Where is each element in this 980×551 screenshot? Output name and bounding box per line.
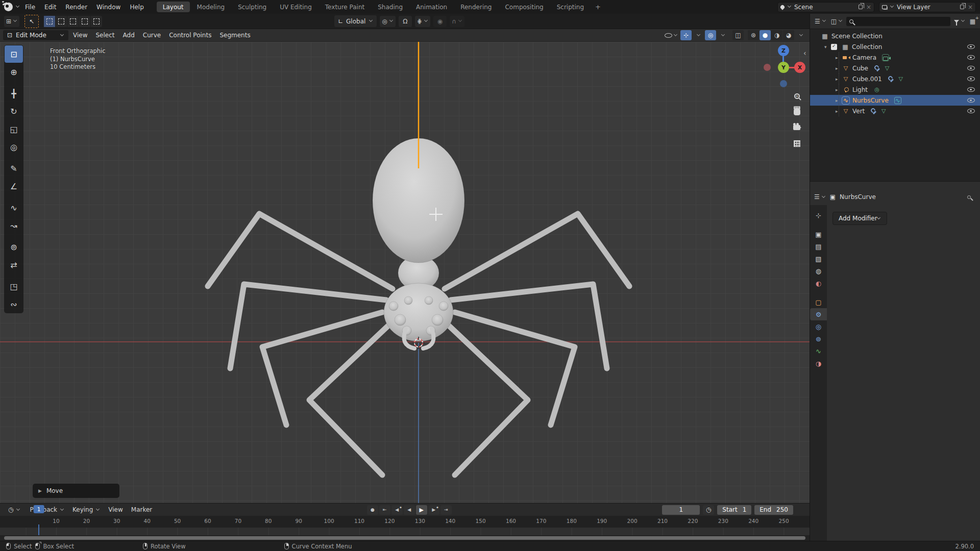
gizmo-x-axis[interactable]: X — [794, 62, 805, 73]
add-modifier-dropdown[interactable]: Add Modifier — [832, 212, 887, 225]
viewport-tool-button[interactable]: ↻ — [5, 103, 23, 120]
mesh-data-icon[interactable] — [880, 108, 887, 115]
workspace-tab[interactable]: Shading — [372, 2, 409, 12]
viewport-tool-button[interactable]: ↝ — [5, 217, 23, 234]
display-mode-dropdown[interactable]: ◫ — [830, 18, 844, 25]
transport-button[interactable]: ⇤ — [379, 505, 390, 515]
transport-button[interactable]: ▶ — [428, 505, 439, 515]
eye-icon[interactable] — [967, 66, 975, 70]
expand-arrow-icon[interactable]: ▸ — [836, 109, 842, 114]
proportional-falloff-dropdown[interactable]: ∩ — [450, 16, 464, 27]
light-data-icon[interactable] — [873, 86, 880, 93]
object-name[interactable]: Scene Collection — [831, 33, 883, 40]
shading-mode-button[interactable]: ◑ — [771, 30, 782, 40]
outliner-row[interactable]: ▸ Cube — [810, 63, 980, 73]
object-name[interactable]: Collection — [852, 43, 882, 51]
gizmo-z-negative[interactable] — [780, 80, 787, 87]
mesh-data-icon[interactable] — [884, 65, 891, 72]
properties-tab[interactable]: ◎ — [810, 320, 827, 333]
blender-logo-icon[interactable] — [4, 3, 13, 11]
wrench-icon[interactable] — [874, 65, 881, 72]
object-type-icon[interactable] — [842, 97, 849, 104]
viewport-tool-button[interactable]: ∾ — [5, 295, 23, 313]
active-tool-button[interactable]: ↖ — [24, 15, 39, 28]
expand-arrow-icon[interactable]: ▾ — [824, 44, 831, 49]
view-layer-selector[interactable]: View Layer × — [879, 2, 976, 12]
viewport-menu-item[interactable]: View — [69, 30, 91, 41]
workspace-tab[interactable]: Scripting — [551, 2, 590, 12]
expand-arrow-icon[interactable]: ▸ — [836, 66, 842, 71]
curve-data-icon[interactable] — [894, 97, 901, 104]
timeline-scrollbar[interactable] — [0, 535, 810, 541]
spider-cephalothorax[interactable] — [384, 283, 453, 341]
pin-icon[interactable] — [967, 195, 971, 199]
transform-orientation-dropdown[interactable]: ∟ Global — [334, 15, 377, 27]
object-type-icon[interactable] — [842, 76, 849, 83]
outliner-row[interactable]: ▸ Light — [810, 84, 980, 95]
properties-tab[interactable]: ∿ — [810, 345, 827, 357]
viewport-tool-button[interactable]: ◱ — [5, 120, 23, 138]
eye-icon[interactable] — [967, 55, 975, 60]
sidebar-collapse-arrow[interactable]: ‹ — [803, 49, 806, 57]
timeline-track[interactable] — [0, 527, 810, 535]
properties-tab[interactable]: ▢ — [810, 296, 827, 308]
new-view-layer-icon[interactable] — [960, 5, 964, 9]
playhead-line[interactable] — [38, 524, 39, 535]
workspace-tab[interactable]: Modeling — [191, 2, 231, 12]
viewport-tool-button[interactable]: ∿ — [5, 199, 23, 216]
timeline-menu-item[interactable]: Playback — [26, 506, 68, 513]
shading-dropdown[interactable] — [795, 30, 806, 40]
object-name[interactable]: Light — [852, 86, 868, 93]
workspace-tab[interactable]: Sculpting — [232, 2, 273, 12]
select-mode-button[interactable] — [91, 16, 102, 27]
eye-icon[interactable] — [967, 77, 975, 81]
frame-end-field[interactable]: End 250 — [754, 505, 793, 515]
search-input[interactable] — [856, 18, 947, 24]
wrench-icon[interactable] — [870, 108, 877, 115]
timeline-menu-item[interactable]: Marker — [127, 506, 156, 513]
menu-item[interactable]: Window — [92, 1, 125, 14]
3d-viewport[interactable]: Front Orthographic (1) NurbsCurve 10 Cen… — [0, 42, 810, 503]
object-name[interactable]: Cube.001 — [852, 76, 882, 83]
expand-arrow-icon[interactable]: ▸ — [836, 98, 842, 103]
transport-button[interactable]: ● — [367, 505, 378, 515]
viewport-tool-button[interactable]: ╋ — [5, 85, 23, 102]
new-collection-button[interactable]: ▦ — [969, 18, 976, 25]
scene-name[interactable]: Scene — [794, 4, 856, 11]
transport-button[interactable]: ◀ — [391, 505, 403, 515]
viewport-tool-button[interactable]: ⊚ — [5, 238, 23, 256]
transport-button[interactable]: ◀ — [404, 505, 415, 515]
scene-selector[interactable]: Scene × — [777, 2, 874, 12]
viewport-tool-button[interactable]: ◎ — [5, 138, 23, 156]
object-type-icon[interactable] — [842, 86, 849, 93]
filter-dropdown[interactable] — [953, 20, 966, 23]
viewport-menu-item[interactable]: Select — [91, 30, 118, 41]
pan-button[interactable] — [790, 105, 804, 119]
select-mode-button[interactable] — [56, 16, 67, 27]
outliner-row[interactable]: ▸ NurbsCurve — [810, 95, 980, 106]
camera-view-button[interactable] — [790, 120, 804, 135]
mesh-data-icon[interactable] — [897, 76, 904, 83]
viewport-menu-item[interactable]: Control Points — [165, 30, 215, 41]
gizmo-y-axis[interactable]: Y — [778, 62, 789, 73]
outliner-row[interactable]: ▸ Camera — [810, 52, 980, 63]
operator-panel-move[interactable]: ▶ Move — [33, 484, 119, 498]
object-name[interactable]: Camera — [852, 54, 876, 61]
chevron-down-icon[interactable] — [788, 4, 791, 8]
expand-arrow-icon[interactable]: ▶ — [38, 488, 42, 493]
object-type-icon[interactable] — [842, 54, 849, 61]
object-type-icon[interactable] — [842, 108, 849, 115]
chevron-down-icon[interactable] — [890, 4, 894, 8]
properties-tab[interactable]: ▧ — [810, 253, 827, 265]
timeline-ruler[interactable]: 1020304050607080901001101201301401501601… — [0, 516, 810, 527]
object-name[interactable]: Cube — [852, 65, 868, 72]
timeline-menu-item[interactable]: Keying — [68, 506, 104, 513]
transport-button[interactable]: ▶ — [416, 505, 427, 515]
properties-tab[interactable]: ▣ — [810, 228, 827, 240]
zoom-button[interactable]: + — [790, 89, 804, 103]
viewport-menu-item[interactable]: Add — [119, 30, 139, 41]
shading-mode-button[interactable]: ⊛ — [748, 30, 759, 40]
scrollbar-thumb[interactable] — [4, 536, 805, 540]
workspace-tab[interactable]: Texture Paint — [319, 2, 371, 12]
add-workspace-button[interactable]: + — [591, 3, 605, 11]
